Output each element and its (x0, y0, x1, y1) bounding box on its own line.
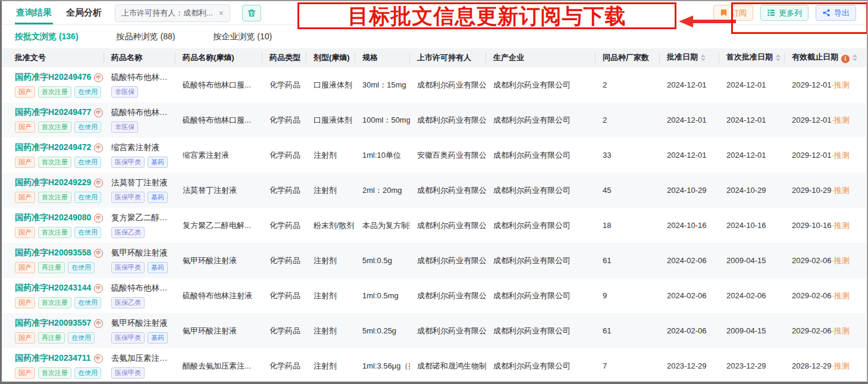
dosage-form-cell: 注射剂 (306, 243, 355, 278)
table-row: 国药准字H20243144 申 国产首次注册在使用 硫酸特布他林注射液 医保乙类… (2, 278, 866, 313)
expire-date-cell: 2029-02-06·推测 (785, 243, 866, 278)
drug-name-me-cell: 复方聚乙二醇电解... (176, 208, 262, 243)
application-badge-icon: 申 (94, 214, 103, 223)
estimate-label: ·推测 (832, 291, 850, 300)
tab-global-analysis[interactable]: 全局分析 (65, 1, 103, 24)
drug-name-me-cell: 氨甲环酸注射液 (176, 313, 262, 348)
info-icon[interactable]: i (841, 55, 850, 63)
drug-name-cell: 缩宫素注射液 医保甲类基药 (104, 138, 176, 173)
tag: 国产 (15, 227, 35, 238)
export-icon (822, 9, 831, 17)
tag: 国产 (15, 367, 35, 379)
drug-name-cell: 去氨加压素注射液 医保甲类 (104, 348, 176, 383)
holder-cell: 成都利尔药业有限公司 (410, 313, 486, 348)
tag: 国产 (15, 332, 35, 344)
estimate-label: ·推测 (832, 186, 850, 195)
tab-query-results[interactable]: 查询结果 (15, 1, 53, 24)
table-header: 批准文号 药品名称 药品名称(摩熵) 药品类型 剂型(摩熵) 规格 上市许可持有… (2, 48, 866, 67)
insurance-tags: 医保甲类基药 (111, 332, 168, 344)
top-bar: 查询结果 全局分析 上市许可持有人：成都利... × 订阅 (2, 1, 867, 25)
sort-icon[interactable] (776, 52, 781, 64)
status-tags: 国产首次注册在使用 (15, 297, 97, 308)
same-variety-count-cell: 9 (596, 278, 660, 313)
approval-number-link[interactable]: 国药准字H20093558 (15, 248, 91, 258)
approve-date-cell: 2024-02-06 (660, 243, 719, 278)
drug-name: 复方聚乙二醇电解... (111, 213, 168, 223)
tag: 基药 (148, 332, 168, 344)
tag: 医保甲类 (111, 192, 145, 203)
approval-number-link[interactable]: 国药准字H20249080 (15, 213, 91, 223)
tag: 首次注册 (38, 192, 71, 203)
expire-date: 2029-02-06 (792, 256, 832, 265)
expire-date: 2029-12-01 (792, 151, 832, 160)
approval-number-link[interactable]: 国药准字H20249229 (15, 177, 91, 188)
expire-date-cell: 2029-10-29·推测 (785, 173, 866, 208)
subscribe-button[interactable]: 订阅 (713, 5, 753, 21)
approval-number-link[interactable]: 国药准字H20234711 (15, 353, 91, 364)
col-header-approval-no: 批准文号 (2, 48, 104, 67)
approval-number-link[interactable]: 国药准字H20249477 (15, 107, 91, 118)
tag: 基药 (148, 262, 168, 273)
manufacturer-cell: 成都利尔药业有限公司 (486, 102, 596, 138)
holder-cell: 成都诺和晟鸿生物制药 (410, 348, 486, 383)
table-body: 国药准字H20249476 申 国产首次注册在使用 硫酸特布他林口服... 非医… (2, 67, 866, 383)
tag: 首次注册 (38, 227, 71, 238)
holder-cell: 成都利尔药业有限公司 (410, 208, 486, 243)
approval-cell: 国药准字H20249080 申 国产首次注册在使用 (2, 208, 104, 243)
tag: 医保甲类 (111, 367, 145, 379)
more-columns-button[interactable]: 更多列 (760, 5, 809, 21)
drug-type-cell: 化学药品 (262, 173, 306, 208)
subtab-by-variety[interactable]: 按品种浏览 (88) (117, 32, 176, 42)
filter-chip-close-icon[interactable]: × (219, 9, 224, 17)
approve-date-cell: 2024-02-06 (660, 313, 719, 348)
drug-type-cell: 化学药品 (262, 313, 306, 348)
approval-number-link[interactable]: 国药准字H20249476 (15, 72, 91, 83)
status-tags: 国产首次注册在使用 (15, 227, 97, 238)
sort-icon[interactable] (853, 52, 857, 64)
approval-number-link[interactable]: 国药准字H20243144 (15, 283, 91, 294)
approval-number-link[interactable]: 国药准字H20249472 (15, 142, 91, 153)
approval-cell: 国药准字H20093558 申 国产再注册在使用 (2, 243, 104, 278)
spec-cell: 1ml:10单位 (355, 138, 410, 173)
expire-date: 2029-10-16 (792, 221, 832, 230)
more-columns-label: 更多列 (779, 9, 802, 17)
tag: 国产 (15, 297, 35, 308)
expire-date-label: 有效截止日期 (792, 52, 838, 61)
sort-icon[interactable] (701, 52, 706, 64)
manufacturer-cell: 成都利尔药业有限公司 (486, 313, 596, 348)
tag: 再注册 (38, 332, 65, 344)
first-approve-date-cell: 2024-12-01 (719, 67, 785, 102)
approve-date-label: 批准日期 (667, 52, 698, 61)
clear-filters-button[interactable] (242, 5, 261, 21)
tag: 在使用 (74, 192, 101, 203)
filter-chip[interactable]: 上市许可持有人：成都利... × (115, 4, 230, 22)
col-header-drug-name: 药品名称 (104, 48, 176, 67)
drug-type-cell: 化学药品 (262, 208, 306, 243)
subtab-by-approval[interactable]: 按批文浏览 (136) (15, 32, 79, 42)
table-row: 国药准字H20249229 申 国产首次注册在使用 法莫替丁注射液 医保甲类基药… (2, 173, 866, 208)
status-tags: 国产首次注册在使用 (15, 86, 97, 98)
table-row: 国药准字H20249472 申 国产首次注册在使用 缩宫素注射液 医保甲类基药 … (2, 138, 866, 173)
subtab-by-company[interactable]: 按企业浏览 (10) (213, 32, 272, 42)
tag: 国产 (15, 192, 35, 203)
tag: 非医保 (111, 121, 138, 133)
subscribe-label: 订阅 (731, 9, 747, 17)
app-window: 查询结果 全局分析 上市许可持有人：成都利... × 订阅 (0, 0, 868, 384)
first-approve-date-cell: 2023-12-29 (719, 348, 785, 383)
export-button[interactable]: 导出 (816, 5, 856, 21)
approval-number-link[interactable]: 国药准字H20093557 (15, 318, 91, 329)
estimate-label: ·推测 (832, 115, 850, 124)
browse-subtabs: 按批文浏览 (136) 按品种浏览 (88) 按企业浏览 (10) (2, 25, 867, 48)
manufacturer-cell: 成都利尔药业有限公司 (486, 67, 596, 102)
holder-cell: 成都利尔药业有限公司 (410, 67, 486, 102)
holder-cell: 成都利尔药业有限公司 (410, 173, 486, 208)
bookmark-icon (720, 9, 728, 17)
tag: 非医保 (111, 86, 138, 98)
drug-name: 缩宫素注射液 (111, 142, 168, 153)
status-tags: 国产再注册在使用 (15, 332, 97, 344)
approve-date-cell: 2024-12-01 (660, 102, 719, 138)
spec-cell: 1ml:0.5mg (355, 278, 410, 313)
spec-cell: 5ml:0.5g (355, 243, 410, 278)
dosage-form-cell: 粉末剂/散剂 (306, 208, 355, 243)
expire-date: 2028-12-29 (792, 361, 832, 370)
